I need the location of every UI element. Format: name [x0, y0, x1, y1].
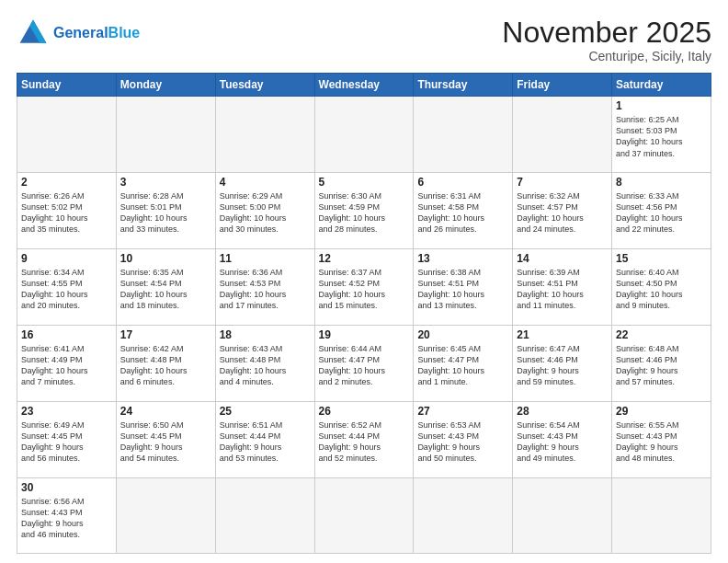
calendar-day-cell	[116, 477, 215, 553]
day-number: 2	[21, 176, 112, 189]
calendar-day-cell: 10Sunrise: 6:35 AM Sunset: 4:54 PM Dayli…	[116, 248, 215, 325]
calendar-day-cell: 8Sunrise: 6:33 AM Sunset: 4:56 PM Daylig…	[612, 173, 711, 249]
logo: GeneralBlue	[17, 17, 140, 50]
day-info: Sunrise: 6:26 AM Sunset: 5:02 PM Dayligh…	[21, 190, 112, 236]
logo-text: GeneralBlue	[53, 25, 140, 41]
calendar-day-cell: 23Sunrise: 6:49 AM Sunset: 4:45 PM Dayli…	[17, 401, 117, 477]
calendar-day-cell: 5Sunrise: 6:30 AM Sunset: 4:59 PM Daylig…	[314, 173, 414, 249]
calendar-day-header: Sunday	[17, 74, 117, 97]
calendar-day-cell: 1Sunrise: 6:25 AM Sunset: 5:03 PM Daylig…	[612, 97, 711, 173]
calendar-week-row: 30Sunrise: 6:56 AM Sunset: 4:43 PM Dayli…	[17, 477, 711, 553]
day-number: 16	[21, 328, 112, 341]
day-info: Sunrise: 6:25 AM Sunset: 5:03 PM Dayligh…	[616, 114, 707, 159]
day-number: 17	[120, 328, 211, 341]
calendar-day-cell: 29Sunrise: 6:55 AM Sunset: 4:43 PM Dayli…	[612, 401, 711, 477]
calendar-day-cell	[215, 477, 314, 553]
day-number: 14	[517, 252, 608, 265]
calendar-day-cell: 22Sunrise: 6:48 AM Sunset: 4:46 PM Dayli…	[612, 325, 711, 401]
calendar-day-cell: 11Sunrise: 6:36 AM Sunset: 4:53 PM Dayli…	[215, 248, 314, 325]
day-number: 25	[220, 405, 311, 418]
logo-blue: Blue	[108, 25, 141, 40]
day-number: 19	[319, 328, 410, 341]
day-info: Sunrise: 6:44 AM Sunset: 4:47 PM Dayligh…	[319, 343, 410, 388]
day-info: Sunrise: 6:45 AM Sunset: 4:47 PM Dayligh…	[417, 343, 508, 388]
day-info: Sunrise: 6:36 AM Sunset: 4:53 PM Dayligh…	[220, 267, 311, 312]
calendar-day-cell: 30Sunrise: 6:56 AM Sunset: 4:43 PM Dayli…	[17, 477, 117, 553]
day-info: Sunrise: 6:30 AM Sunset: 4:59 PM Dayligh…	[319, 190, 410, 236]
calendar-day-cell: 4Sunrise: 6:29 AM Sunset: 5:00 PM Daylig…	[215, 173, 314, 249]
header: GeneralBlue November 2025 Centuripe, Sic…	[17, 17, 711, 63]
calendar-day-cell: 24Sunrise: 6:50 AM Sunset: 4:45 PM Dayli…	[116, 401, 215, 477]
calendar-day-cell: 21Sunrise: 6:47 AM Sunset: 4:46 PM Dayli…	[513, 325, 612, 401]
day-number: 28	[517, 405, 608, 418]
calendar-day-cell: 18Sunrise: 6:43 AM Sunset: 4:48 PM Dayli…	[215, 325, 314, 401]
calendar-day-cell: 16Sunrise: 6:41 AM Sunset: 4:49 PM Dayli…	[17, 325, 117, 401]
day-info: Sunrise: 6:41 AM Sunset: 4:49 PM Dayligh…	[21, 343, 112, 388]
day-info: Sunrise: 6:56 AM Sunset: 4:43 PM Dayligh…	[21, 496, 112, 541]
calendar: SundayMondayTuesdayWednesdayThursdayFrid…	[17, 73, 711, 554]
calendar-day-cell	[612, 477, 711, 553]
calendar-day-cell: 27Sunrise: 6:53 AM Sunset: 4:43 PM Dayli…	[414, 401, 513, 477]
day-number: 12	[319, 252, 410, 265]
day-info: Sunrise: 6:43 AM Sunset: 4:48 PM Dayligh…	[220, 343, 311, 388]
calendar-day-header: Wednesday	[314, 74, 414, 97]
calendar-week-row: 1Sunrise: 6:25 AM Sunset: 5:03 PM Daylig…	[17, 97, 711, 173]
calendar-header-row: SundayMondayTuesdayWednesdayThursdayFrid…	[17, 74, 711, 97]
day-number: 26	[319, 405, 410, 418]
day-number: 7	[517, 176, 608, 189]
day-number: 11	[220, 252, 311, 265]
calendar-day-cell: 3Sunrise: 6:28 AM Sunset: 5:01 PM Daylig…	[116, 173, 215, 249]
day-number: 5	[319, 176, 410, 189]
day-number: 3	[120, 176, 211, 189]
calendar-week-row: 9Sunrise: 6:34 AM Sunset: 4:55 PM Daylig…	[17, 248, 711, 325]
day-number: 21	[517, 328, 608, 341]
calendar-day-cell	[17, 97, 117, 173]
calendar-day-cell: 25Sunrise: 6:51 AM Sunset: 4:44 PM Dayli…	[215, 401, 314, 477]
calendar-day-cell: 15Sunrise: 6:40 AM Sunset: 4:50 PM Dayli…	[612, 248, 711, 325]
logo-icon	[17, 17, 50, 50]
calendar-week-row: 23Sunrise: 6:49 AM Sunset: 4:45 PM Dayli…	[17, 401, 711, 477]
logo-general: General	[53, 25, 108, 40]
calendar-day-cell	[314, 477, 414, 553]
day-number: 27	[417, 405, 508, 418]
calendar-day-cell	[116, 97, 215, 173]
calendar-day-cell	[314, 97, 414, 173]
calendar-day-cell	[513, 97, 612, 173]
location: Centuripe, Sicily, Italy	[502, 49, 711, 63]
day-info: Sunrise: 6:40 AM Sunset: 4:50 PM Dayligh…	[616, 267, 707, 312]
calendar-day-cell: 17Sunrise: 6:42 AM Sunset: 4:48 PM Dayli…	[116, 325, 215, 401]
day-info: Sunrise: 6:55 AM Sunset: 4:43 PM Dayligh…	[616, 419, 707, 465]
day-number: 4	[220, 176, 311, 189]
calendar-week-row: 16Sunrise: 6:41 AM Sunset: 4:49 PM Dayli…	[17, 325, 711, 401]
page: GeneralBlue November 2025 Centuripe, Sic…	[0, 0, 728, 563]
calendar-day-cell	[513, 477, 612, 553]
day-info: Sunrise: 6:49 AM Sunset: 4:45 PM Dayligh…	[21, 419, 112, 465]
calendar-day-cell: 12Sunrise: 6:37 AM Sunset: 4:52 PM Dayli…	[314, 248, 414, 325]
calendar-day-cell: 6Sunrise: 6:31 AM Sunset: 4:58 PM Daylig…	[414, 173, 513, 249]
day-info: Sunrise: 6:42 AM Sunset: 4:48 PM Dayligh…	[120, 343, 211, 388]
calendar-week-row: 2Sunrise: 6:26 AM Sunset: 5:02 PM Daylig…	[17, 173, 711, 249]
day-info: Sunrise: 6:54 AM Sunset: 4:43 PM Dayligh…	[517, 419, 608, 465]
day-number: 1	[616, 99, 707, 112]
calendar-day-cell: 13Sunrise: 6:38 AM Sunset: 4:51 PM Dayli…	[414, 248, 513, 325]
day-info: Sunrise: 6:32 AM Sunset: 4:57 PM Dayligh…	[517, 190, 608, 236]
calendar-day-cell: 26Sunrise: 6:52 AM Sunset: 4:44 PM Dayli…	[314, 401, 414, 477]
day-number: 30	[21, 481, 112, 494]
day-info: Sunrise: 6:31 AM Sunset: 4:58 PM Dayligh…	[417, 190, 508, 236]
calendar-day-cell: 20Sunrise: 6:45 AM Sunset: 4:47 PM Dayli…	[414, 325, 513, 401]
day-number: 18	[220, 328, 311, 341]
calendar-day-header: Saturday	[612, 74, 711, 97]
calendar-day-header: Tuesday	[215, 74, 314, 97]
day-info: Sunrise: 6:34 AM Sunset: 4:55 PM Dayligh…	[21, 267, 112, 312]
day-number: 10	[120, 252, 211, 265]
day-info: Sunrise: 6:39 AM Sunset: 4:51 PM Dayligh…	[517, 267, 608, 312]
day-info: Sunrise: 6:47 AM Sunset: 4:46 PM Dayligh…	[517, 343, 608, 388]
day-info: Sunrise: 6:37 AM Sunset: 4:52 PM Dayligh…	[319, 267, 410, 312]
day-info: Sunrise: 6:38 AM Sunset: 4:51 PM Dayligh…	[417, 267, 508, 312]
day-number: 8	[616, 176, 707, 189]
day-number: 29	[616, 405, 707, 418]
calendar-day-cell: 14Sunrise: 6:39 AM Sunset: 4:51 PM Dayli…	[513, 248, 612, 325]
day-info: Sunrise: 6:50 AM Sunset: 4:45 PM Dayligh…	[120, 419, 211, 465]
day-number: 23	[21, 405, 112, 418]
calendar-day-header: Monday	[116, 74, 215, 97]
